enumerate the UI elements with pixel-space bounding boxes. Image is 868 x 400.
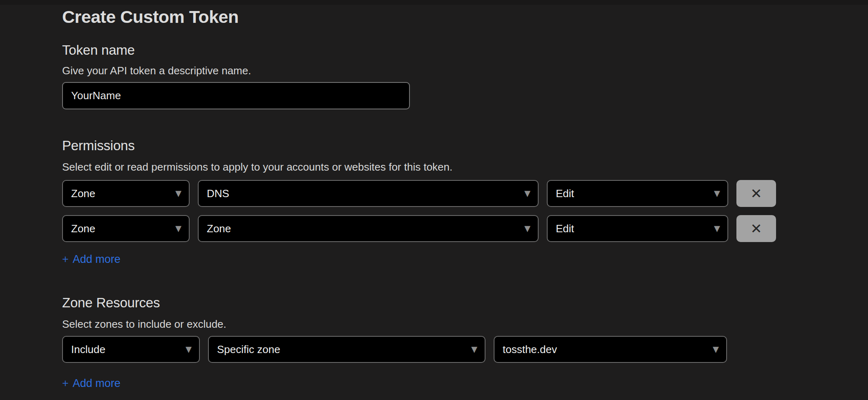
permission-access-select[interactable]: Edit ▾	[547, 180, 728, 207]
select-value: Include	[71, 343, 105, 356]
create-custom-token-page: Create Custom Token Token name Give your…	[0, 0, 868, 391]
select-value: Zone	[207, 222, 231, 235]
chevron-down-icon: ▾	[714, 187, 720, 199]
permission-resource-select[interactable]: Zone ▾	[198, 215, 539, 242]
permission-scope-select[interactable]: Zone ▾	[62, 215, 190, 242]
permission-row: Zone ▾ Zone ▾ Edit ▾ ✕	[62, 215, 868, 242]
permission-resource-select[interactable]: DNS ▾	[198, 180, 539, 207]
chevron-down-icon: ▾	[714, 222, 720, 234]
chevron-down-icon: ▾	[524, 187, 530, 199]
token-name-heading: Token name	[62, 42, 868, 59]
permissions-heading: Permissions	[62, 137, 868, 154]
top-edge-strip	[0, 0, 868, 5]
remove-permission-button[interactable]: ✕	[736, 180, 776, 207]
token-name-input[interactable]	[62, 82, 410, 109]
x-icon: ✕	[750, 222, 762, 236]
zone-resources-section: Zone Resources Select zones to include o…	[62, 294, 868, 391]
zone-operator-select[interactable]: Include ▾	[62, 336, 200, 363]
select-value: DNS	[207, 187, 229, 200]
chevron-down-icon: ▾	[471, 343, 477, 355]
permissions-add-more-link[interactable]: + Add more	[62, 252, 121, 267]
select-value: Zone	[71, 187, 95, 200]
permission-scope-select[interactable]: Zone ▾	[62, 180, 190, 207]
plus-icon: +	[62, 252, 69, 267]
zone-resources-heading: Zone Resources	[62, 294, 868, 311]
permissions-description: Select edit or read permissions to apply…	[62, 160, 868, 174]
zone-resources-add-more-link[interactable]: + Add more	[62, 376, 121, 391]
zone-type-select[interactable]: Specific zone ▾	[208, 336, 485, 363]
select-value: tossthe.dev	[503, 343, 557, 356]
chevron-down-icon: ▾	[524, 222, 530, 234]
token-name-section: Token name Give your API token a descrip…	[62, 42, 868, 109]
zone-resources-description: Select zones to include or exclude.	[62, 317, 868, 331]
plus-icon: +	[62, 376, 69, 391]
page-title: Create Custom Token	[62, 7, 868, 27]
chevron-down-icon: ▾	[175, 222, 181, 234]
permission-row: Zone ▾ DNS ▾ Edit ▾ ✕	[62, 180, 868, 207]
permissions-section: Permissions Select edit or read permissi…	[62, 137, 868, 267]
select-value: Edit	[556, 187, 574, 200]
select-value: Specific zone	[217, 343, 280, 356]
chevron-down-icon: ▾	[186, 343, 192, 355]
chevron-down-icon: ▾	[175, 187, 181, 199]
token-name-description: Give your API token a descriptive name.	[62, 64, 868, 78]
zone-resource-row: Include ▾ Specific zone ▾ tossthe.dev ▾	[62, 336, 868, 363]
x-icon: ✕	[750, 187, 762, 200]
zone-name-select[interactable]: tossthe.dev ▾	[494, 336, 727, 363]
select-value: Zone	[71, 222, 95, 235]
select-value: Edit	[556, 222, 574, 235]
remove-permission-button[interactable]: ✕	[736, 215, 776, 242]
chevron-down-icon: ▾	[713, 343, 719, 355]
add-more-label: Add more	[73, 376, 121, 391]
permission-access-select[interactable]: Edit ▾	[547, 215, 728, 242]
add-more-label: Add more	[73, 252, 121, 267]
